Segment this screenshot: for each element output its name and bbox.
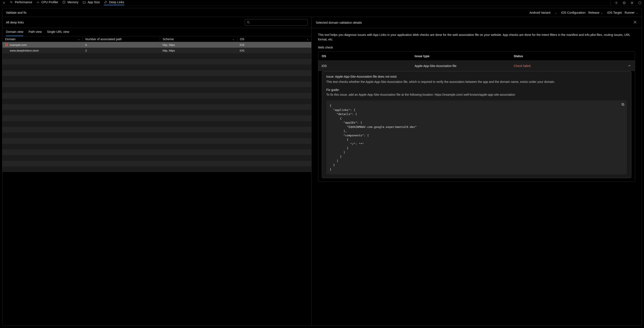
- table-row: [2, 82, 311, 87]
- cell-os: iOS: [237, 43, 311, 46]
- svg-point-1: [616, 2, 617, 3]
- th-domain-label: Domain: [5, 37, 16, 41]
- settings-icon[interactable]: [614, 1, 618, 5]
- table-row: [2, 98, 311, 104]
- th-scheme-label: Scheme: [163, 37, 174, 41]
- cell-scheme: http, https: [160, 43, 237, 46]
- right-pane: Selected domain validation details This …: [312, 17, 642, 326]
- wc-th-os: OS: [322, 54, 415, 58]
- table-row: [2, 104, 311, 110]
- table-row: [2, 132, 311, 138]
- ios-target-value: Runner: [624, 11, 635, 14]
- error-icon: !: [5, 43, 8, 46]
- tab-app-size[interactable]: App Size: [82, 0, 100, 5]
- tab-performance[interactable]: Performance: [10, 0, 32, 5]
- table-row: [2, 76, 311, 82]
- ios-target-label: iOS Target:: [607, 11, 622, 14]
- fix-body: To fix this issue, add an Apple-App-Site…: [326, 92, 627, 97]
- chevron-down-icon: [555, 11, 557, 14]
- debug-icon[interactable]: [630, 1, 634, 5]
- cell-os: iOS: [237, 49, 311, 52]
- extensions-icon[interactable]: [622, 1, 626, 5]
- chevron-down-icon: [78, 38, 80, 40]
- layers-icon: [62, 0, 66, 4]
- svg-rect-5: [622, 104, 624, 105]
- android-variant-label: Android Variant:: [530, 11, 551, 14]
- ios-config-value: Release: [588, 11, 599, 14]
- svg-rect-6: [622, 103, 624, 105]
- tab-cpu-profiler[interactable]: CPU Profiler: [36, 0, 58, 5]
- tab-path-view[interactable]: Path view: [28, 30, 42, 36]
- table-row: [2, 161, 311, 166]
- close-button[interactable]: [633, 20, 637, 25]
- top-nav: Performance CPU Profiler Memory App Size: [0, 0, 644, 6]
- wc-head-row: OS Issue type Status: [318, 51, 635, 61]
- code-block: { "applinks": { "details": [ { "appIDs":…: [326, 100, 627, 174]
- web-check-label: Web check: [318, 46, 635, 49]
- th-paths[interactable]: Number of associated path: [83, 37, 160, 41]
- ios-config-label: iOS Configuration:: [561, 11, 586, 14]
- ios-target-dropdown[interactable]: Runner: [624, 11, 638, 14]
- svg-rect-0: [63, 1, 65, 3]
- wc-row[interactable]: iOS Apple-App-Site-Association file Chec…: [318, 61, 635, 71]
- table-row: [2, 144, 311, 149]
- tabs-row: Domain view Path view Single URL view: [2, 28, 311, 36]
- table-row: [2, 155, 311, 161]
- table-row[interactable]: www.deeplinktest.store2http, httpsiOS: [2, 48, 311, 53]
- wc-cell-os: iOS: [322, 64, 415, 68]
- chevron-up-icon[interactable]: [628, 64, 631, 68]
- nav-label: Deep Links: [109, 0, 124, 4]
- nav-label: App Size: [88, 0, 100, 4]
- table-row: [2, 149, 311, 155]
- ios-target-field: iOS Target: Runner: [607, 11, 638, 14]
- wc-cell-type: Apple-App-Site-Association file: [414, 64, 514, 68]
- search-input[interactable]: [250, 21, 306, 24]
- right-header-title: Selected domain validation details: [316, 21, 362, 24]
- ios-config-field: iOS Configuration: Release: [561, 11, 603, 14]
- tab-deep-links[interactable]: Deep Links: [104, 0, 124, 5]
- table-row[interactable]: !example.com0http, httpsiOS: [2, 42, 311, 48]
- table-row: [2, 138, 311, 144]
- th-domain[interactable]: Domain: [2, 37, 82, 41]
- separator: [610, 0, 610, 5]
- chevron-down-icon: [601, 11, 603, 14]
- right-body: This tool helps you diagnose issues with…: [312, 28, 642, 326]
- svg-point-4: [247, 21, 249, 23]
- panel: Validate and fix Android Variant: iOS Co…: [2, 8, 642, 326]
- th-paths-label: Number of associated path: [85, 37, 122, 41]
- left-header-title: All deep links: [6, 21, 24, 24]
- nav-label: CPU Profiler: [41, 0, 58, 4]
- search-box[interactable]: [245, 19, 308, 26]
- android-variant-dropdown[interactable]: [554, 11, 557, 14]
- table-body[interactable]: !example.com0http, httpsiOSwww.deeplinkt…: [2, 42, 311, 326]
- table-row: [2, 53, 311, 59]
- wc-th-status: Status: [514, 54, 631, 58]
- main: Validate and fix Android Variant: iOS Co…: [0, 6, 644, 328]
- pulse-icon: [10, 0, 13, 4]
- tab-domain-view[interactable]: Domain view: [6, 30, 23, 36]
- table-row: [2, 121, 311, 127]
- web-check-table: OS Issue type Status iOS Apple-App-Site-…: [318, 51, 635, 182]
- search-icon: [247, 21, 250, 24]
- tab-single-url-view[interactable]: Single URL view: [47, 30, 69, 36]
- android-variant-field: Android Variant:: [530, 11, 557, 14]
- ios-config-dropdown[interactable]: Release: [588, 11, 603, 14]
- code-content[interactable]: { "applinks": { "details": [ { "appIDs":…: [330, 103, 623, 171]
- left-pane: All deep links Domain view Path view Sin…: [2, 17, 312, 326]
- table-row: [2, 93, 311, 98]
- table-header-row: Domain Number of associated path Scheme: [2, 36, 311, 42]
- tools-icon[interactable]: [2, 1, 6, 4]
- th-os[interactable]: OS: [237, 37, 311, 41]
- more-icon[interactable]: [638, 1, 642, 5]
- config-right: Android Variant: iOS Configuration: Rele…: [530, 11, 638, 14]
- copy-button[interactable]: [621, 103, 624, 107]
- table-row: [2, 70, 311, 76]
- table-row: [2, 115, 311, 121]
- svg-point-2: [631, 2, 632, 3]
- cell-domain: example.com: [10, 43, 26, 46]
- cell-scheme: http, https: [160, 49, 237, 52]
- panel-title: Validate and fix: [6, 11, 26, 14]
- tab-memory[interactable]: Memory: [62, 0, 78, 5]
- th-scheme[interactable]: Scheme: [160, 37, 237, 41]
- cell-paths: 2: [83, 49, 160, 52]
